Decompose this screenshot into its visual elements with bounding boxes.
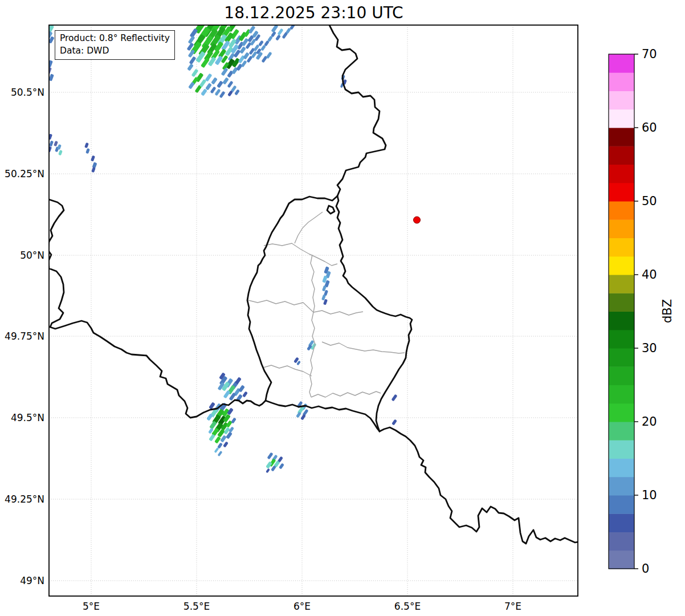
echo-cell bbox=[58, 150, 63, 156]
echo-cell bbox=[222, 77, 229, 84]
colorbar-swatch bbox=[609, 348, 634, 367]
echo-cell bbox=[54, 141, 58, 146]
colorbar-tick-label: 0 bbox=[642, 562, 649, 576]
echo-cell bbox=[267, 452, 274, 460]
colorbar-swatch bbox=[609, 293, 634, 312]
district-border-path bbox=[322, 342, 405, 353]
district-border-path bbox=[263, 365, 312, 376]
x-tick-label: 6°E bbox=[293, 601, 311, 612]
colorbar-swatch bbox=[609, 422, 634, 440]
colorbar-swatch bbox=[609, 146, 634, 165]
echo-cell bbox=[221, 68, 229, 76]
colorbar-tick-label: 10 bbox=[642, 488, 657, 502]
colorbar-tick-label: 60 bbox=[642, 121, 657, 134]
figure-title: 18.12.2025 23:10 UTC bbox=[49, 3, 578, 22]
echo-cell bbox=[47, 60, 53, 67]
echo-cell bbox=[219, 91, 226, 99]
echo-cell bbox=[392, 419, 397, 425]
district-border-path bbox=[248, 300, 313, 312]
echo-cell bbox=[217, 80, 223, 88]
x-tick-label: 5.5°E bbox=[184, 601, 210, 612]
colorbar-swatch bbox=[609, 312, 634, 331]
product-info-box: Product: 0.8° Reflectivity Data: DWD bbox=[55, 30, 175, 60]
x-tick-label: 7°E bbox=[504, 601, 521, 612]
y-tick-label: 49.75°N bbox=[5, 331, 44, 342]
district-border-path bbox=[311, 255, 315, 312]
echo-cell bbox=[49, 140, 54, 146]
colorbar-swatch bbox=[609, 165, 634, 183]
echo-cell bbox=[47, 146, 52, 152]
colorbar-swatch bbox=[609, 495, 634, 514]
echo-cell bbox=[234, 89, 240, 95]
colorbar-swatch bbox=[609, 330, 634, 349]
colorbar-tick-label: 20 bbox=[642, 415, 657, 429]
district-border-path bbox=[311, 391, 381, 397]
colorbar-swatch bbox=[609, 275, 634, 293]
y-tick-label: 49.5°N bbox=[11, 412, 44, 423]
colorbar-tick-label: 30 bbox=[642, 341, 657, 355]
echo-cell bbox=[278, 28, 284, 36]
product-line: Product: 0.8° Reflectivity bbox=[60, 32, 170, 44]
echo-cell bbox=[91, 167, 96, 173]
echo-cell bbox=[84, 142, 89, 148]
colorbar-swatch bbox=[609, 219, 634, 238]
echo-cell bbox=[227, 81, 234, 88]
echo-cell bbox=[242, 391, 248, 397]
echo-cell bbox=[188, 36, 195, 44]
echo-cell bbox=[392, 394, 398, 402]
colorbar-swatch bbox=[609, 128, 634, 146]
map-canvas: 5°E5.5°E6°E6.5°E7°E 50.5°N50.25°N50°N49.… bbox=[0, 0, 685, 616]
y-axis-labels: 50.5°N50.25°N50°N49.75°N49.5°N49.25°N49°… bbox=[5, 87, 44, 586]
echo-cell bbox=[189, 56, 197, 65]
echo-cell bbox=[205, 74, 213, 82]
radar-figure: { "title": "18.12.2025 23:10 UTC", "info… bbox=[0, 0, 685, 616]
colorbar-swatch bbox=[609, 91, 634, 110]
colorbar-swatch bbox=[609, 459, 634, 478]
x-tick-label: 5°E bbox=[83, 601, 100, 612]
echo-cell bbox=[279, 463, 284, 469]
data-source-line: Data: DWD bbox=[60, 44, 170, 57]
district-border-layer bbox=[248, 212, 405, 397]
echo-cell bbox=[217, 451, 222, 456]
country-border-path bbox=[329, 25, 386, 196]
district-border-path bbox=[309, 312, 315, 397]
y-tick-label: 49.25°N bbox=[5, 493, 44, 505]
echo-cell bbox=[266, 52, 272, 59]
echo-cell bbox=[223, 390, 231, 399]
district-border-path bbox=[264, 243, 337, 266]
echo-cell bbox=[201, 88, 207, 96]
echo-cell bbox=[258, 40, 264, 46]
country-border-path bbox=[380, 427, 578, 544]
colorbar-tick-label: 40 bbox=[642, 268, 657, 282]
echo-cell bbox=[275, 34, 281, 40]
echo-cell bbox=[191, 69, 199, 77]
y-tick-label: 50°N bbox=[20, 250, 44, 261]
echo-cell bbox=[223, 441, 229, 447]
colorbar-swatch bbox=[609, 109, 634, 128]
colorbar-tick-label: 50 bbox=[642, 194, 657, 208]
echo-cell bbox=[187, 63, 194, 71]
colorbar-swatch bbox=[609, 477, 634, 496]
echo-cell bbox=[85, 148, 90, 154]
colorbar-swatch bbox=[609, 385, 634, 404]
y-tick-label: 49°N bbox=[20, 575, 44, 586]
colorbar: 010203040506070 bbox=[609, 47, 657, 576]
y-tick-label: 50.5°N bbox=[11, 87, 44, 98]
colorbar-swatch bbox=[609, 532, 634, 551]
country-border-path bbox=[327, 206, 335, 214]
radar-location-dot bbox=[414, 217, 421, 223]
x-axis-labels: 5°E5.5°E6°E6.5°E7°E bbox=[83, 601, 521, 612]
echo-cell bbox=[205, 83, 212, 90]
y-tick-label: 50.25°N bbox=[5, 168, 44, 180]
colorbar-tick-label: 70 bbox=[642, 47, 657, 61]
colorbar-swatch bbox=[609, 440, 634, 459]
colorbar-swatch bbox=[609, 72, 634, 91]
colorbar-swatch bbox=[609, 238, 634, 257]
x-tick-label: 6.5°E bbox=[394, 601, 421, 612]
colorbar-swatch bbox=[609, 256, 634, 275]
district-border-path bbox=[295, 212, 323, 243]
echo-cell bbox=[214, 447, 219, 453]
district-border-path bbox=[313, 311, 363, 315]
colorbar-unit-label: dBZ bbox=[660, 299, 674, 323]
colorbar-swatch bbox=[609, 201, 634, 220]
